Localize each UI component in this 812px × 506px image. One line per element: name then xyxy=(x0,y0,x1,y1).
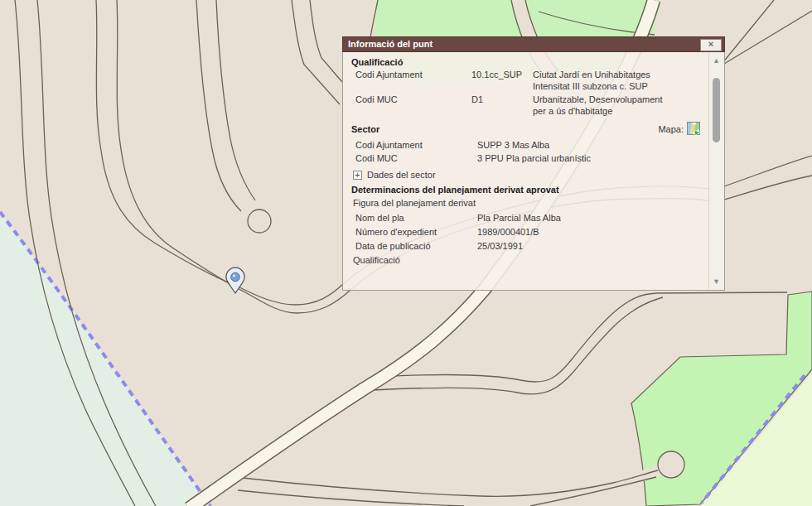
table-row: Codi MUC D1 Urbanitzable, Desenvolupamen… xyxy=(351,94,703,117)
culdesac-bulb-bottom xyxy=(658,451,684,478)
row-label: Número d'expedient xyxy=(355,226,477,238)
expand-plus-icon[interactable]: + xyxy=(353,171,362,180)
row-label: Codi Ajuntament xyxy=(355,139,477,151)
row-label: Codi MUC xyxy=(355,94,471,117)
determinacions-footer: Qualificació xyxy=(351,254,703,266)
table-row: Codi Ajuntament 10.1cc_SUP Ciutat Jardí … xyxy=(351,69,703,92)
popup-titlebar[interactable]: Informació del punt × xyxy=(342,36,725,52)
section-heading-sector: Sector xyxy=(351,123,379,135)
row-value: 1989/000401/B xyxy=(477,226,703,238)
table-row: Data de publicació 25/03/1991 xyxy=(351,240,703,252)
map-layer-icon[interactable] xyxy=(687,122,701,136)
info-popup: Informació del punt × Qualificació Codi … xyxy=(342,36,725,291)
culdesac-bulb-top xyxy=(248,210,271,233)
marker-highlight xyxy=(233,274,236,277)
row-value: Pla Parcial Mas Alba xyxy=(477,212,703,224)
expand-label: Dades del sector xyxy=(367,169,436,181)
row-code: 10.1cc_SUP xyxy=(471,69,533,92)
popup-scrollbar[interactable]: ▲ ▼ xyxy=(708,53,723,289)
table-row: Codi MUC 3 PPU Pla parcial urbanístic xyxy=(351,152,703,164)
row-description: Urbanitzable, Desenvolupament per a ús d… xyxy=(533,94,675,117)
scroll-down-arrow-icon[interactable]: ▼ xyxy=(709,276,723,287)
table-row: Número d'expedient 1989/000401/B xyxy=(351,226,703,238)
sector-header-row: Sector Mapa: xyxy=(351,122,703,136)
row-label: Nom del pla xyxy=(355,212,477,224)
section-heading-determinacions: Determinacions del planejament derivat a… xyxy=(351,184,703,195)
row-label: Codi Ajuntament xyxy=(355,69,471,92)
scrollbar-thumb[interactable] xyxy=(713,78,720,142)
row-code: D1 xyxy=(471,94,533,117)
marker-dot xyxy=(231,272,240,282)
close-button[interactable]: × xyxy=(700,39,722,51)
table-row: Codi Ajuntament SUPP 3 Mas Alba xyxy=(351,139,703,151)
row-label: Data de publicació xyxy=(355,240,477,252)
determinacions-subheading: Figura del planejament derivat xyxy=(351,197,703,209)
row-description: Ciutat Jardí en Unihabitatges Intensitat… xyxy=(533,69,675,92)
mapa-label: Mapa: xyxy=(658,124,684,134)
section-heading-qualificacio: Qualificació xyxy=(351,56,703,68)
table-row: Nom del pla Pla Parcial Mas Alba xyxy=(351,212,703,224)
popup-title-text: Informació del punt xyxy=(348,39,433,49)
expand-sector-data[interactable]: + Dades del sector xyxy=(351,169,703,181)
mapa-control: Mapa: xyxy=(658,122,701,136)
row-value: 25/03/1991 xyxy=(477,240,703,252)
scroll-up-arrow-icon[interactable]: ▲ xyxy=(709,55,723,66)
popup-body: Qualificació Codi Ajuntament 10.1cc_SUP … xyxy=(342,52,725,291)
row-value: SUPP 3 Mas Alba xyxy=(477,139,703,151)
row-label: Codi MUC xyxy=(355,152,477,164)
map-viewer: { "map": { "marker_name": "info-marker",… xyxy=(0,0,812,506)
row-value: 3 PPU Pla parcial urbanístic xyxy=(477,152,703,164)
